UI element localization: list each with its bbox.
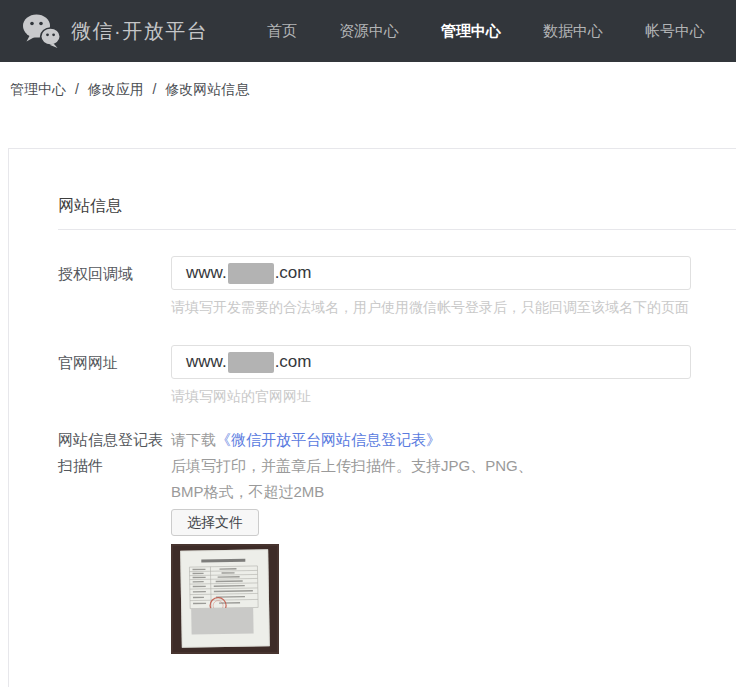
wechat-logo-icon <box>22 13 60 49</box>
registration-form-scan-photo[interactable] <box>171 544 279 654</box>
nav-item-data-center[interactable]: 数据中心 <box>543 22 603 41</box>
official-site-value-suffix: .com <box>275 352 312 372</box>
top-navbar: 微信·开放平台 首页 资源中心 管理中心 数据中心 帐号中心 <box>0 0 736 62</box>
nav-item-account-center[interactable]: 帐号中心 <box>645 22 705 41</box>
official-site-input[interactable]: www. .com <box>171 345 691 379</box>
website-info-card: 网站信息 授权回调域 www. .com 请填写开发需要的合法域名，用户使用微信… <box>8 148 736 687</box>
callback-domain-helper: 请填写开发需要的合法域名，用户使用微信帐号登录后，只能回调至该域名下的页面 <box>171 299 689 317</box>
brand-home-link[interactable]: 微信·开放平台 <box>22 0 208 62</box>
choose-file-button[interactable]: 选择文件 <box>171 509 259 536</box>
breadcrumb-separator: / <box>75 81 79 97</box>
redacted-blur <box>228 263 274 284</box>
registration-scan-instructions: 请下载《微信开放平台网站信息登记表》 后填写打印，并盖章后上传扫描件。支持JPG… <box>171 427 533 505</box>
callback-domain-label: 授权回调域 <box>58 265 133 284</box>
instruction-line-3: BMP格式，不超过2MB <box>171 479 533 505</box>
nav-item-resources[interactable]: 资源中心 <box>339 22 399 41</box>
scan-redaction-block <box>191 608 253 635</box>
breadcrumb-separator: / <box>153 81 157 97</box>
nav-item-home[interactable]: 首页 <box>267 22 297 41</box>
registration-scan-label-line2: 扫描件 <box>58 453 163 479</box>
registration-form-download-link[interactable]: 《微信开放平台网站信息登记表》 <box>216 431 441 448</box>
breadcrumb-current-page: 修改网站信息 <box>165 81 249 97</box>
section-title: 网站信息 <box>58 196 122 217</box>
callback-domain-input[interactable]: www. .com <box>171 256 691 290</box>
callback-domain-value-suffix: .com <box>275 263 312 283</box>
registration-scan-label-line1: 网站信息登记表 <box>58 427 163 453</box>
official-site-value-prefix: www. <box>186 352 227 372</box>
brand-title: 微信·开放平台 <box>71 18 208 45</box>
callback-domain-value-prefix: www. <box>186 263 227 283</box>
registration-scan-label: 网站信息登记表 扫描件 <box>58 427 163 479</box>
primary-nav: 首页 资源中心 管理中心 数据中心 帐号中心 <box>267 0 705 62</box>
breadcrumb-modify-app[interactable]: 修改应用 <box>88 81 144 97</box>
nav-item-management-center[interactable]: 管理中心 <box>441 22 501 41</box>
official-site-label: 官网网址 <box>58 354 118 373</box>
instruction-prefix: 请下载 <box>171 431 216 448</box>
breadcrumb-management-center[interactable]: 管理中心 <box>10 81 66 97</box>
instruction-line-2: 后填写打印，并盖章后上传扫描件。支持JPG、PNG、 <box>171 453 533 479</box>
instruction-line-1: 请下载《微信开放平台网站信息登记表》 <box>171 427 533 453</box>
official-site-helper: 请填写网站的官网网址 <box>171 388 311 406</box>
section-divider <box>58 229 736 230</box>
redacted-blur <box>228 352 274 373</box>
breadcrumb: 管理中心 / 修改应用 / 修改网站信息 <box>10 81 249 99</box>
